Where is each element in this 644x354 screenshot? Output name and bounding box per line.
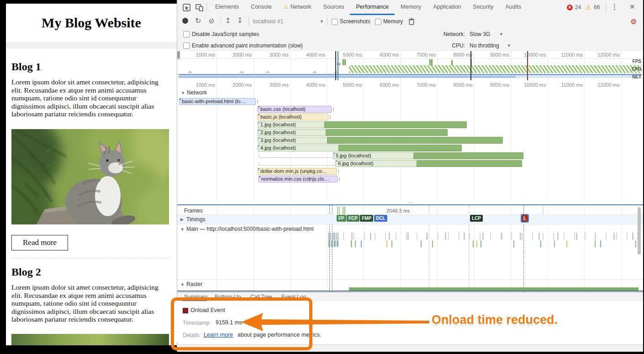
main-thread-subtasks[interactable] xyxy=(333,240,638,247)
request-label[interactable]: dollar-dom.min.js (unpkg.co… xyxy=(258,168,337,175)
frames-row-label[interactable]: Frames xyxy=(184,208,203,214)
cpu-throttle-caret-icon[interactable]: ▼ xyxy=(507,43,511,48)
timings-row[interactable]: ▶ Timings FPFCPFMPDCLLCPL xyxy=(177,215,643,224)
warning-badge-icon[interactable]: ⚠ xyxy=(586,4,591,11)
splitter-grip-icon[interactable]: … xyxy=(408,198,414,204)
network-waterfall[interactable]: 1000 ms2000 ms3000 ms4000 ms5000 ms6000 … xyxy=(177,80,643,199)
settings-gear-icon[interactable]: ⚙ xyxy=(630,17,637,26)
request-download-bar[interactable] xyxy=(324,121,467,128)
main-thread-header[interactable]: ▼Main — http://localhost:5000/basic-with… xyxy=(180,226,314,232)
timings-row-label[interactable]: Timings xyxy=(186,216,206,223)
load-profile-icon[interactable]: ↥ xyxy=(225,16,231,25)
flame-scrollbar[interactable] xyxy=(637,207,641,290)
flame-chart[interactable]: Frames 2049.3 ms ▶ Timings FPFCPFMPDCLLC… xyxy=(177,205,643,292)
advanced-paint-checkbox[interactable] xyxy=(183,42,190,49)
request-row[interactable]: 5.jpg (localhost) xyxy=(179,152,642,160)
devtools-tabbar: ElementsConsole⚠NetworkSourcesPerformanc… xyxy=(177,0,643,16)
tab-sources[interactable]: Sources xyxy=(317,0,350,15)
memory-label[interactable]: Memory xyxy=(383,18,403,25)
request-waiting-bar[interactable]: 3.jpg (localhost) xyxy=(258,137,327,144)
tab-memory[interactable]: Memory xyxy=(395,0,427,15)
request-waiting-bar[interactable]: 4.jpg (localhost) xyxy=(258,145,339,151)
request-label[interactable]: basic.css (localhost) xyxy=(258,106,332,113)
warning-count[interactable]: 66 xyxy=(594,4,600,10)
memory-checkbox[interactable] xyxy=(375,19,381,25)
disable-js-samples-label[interactable]: Disable JavaScript samples xyxy=(192,31,259,37)
request-row[interactable]: basic.js (localhost) xyxy=(179,113,642,121)
tab-label: Performance xyxy=(356,4,389,10)
error-count[interactable]: 24 xyxy=(575,4,581,10)
screenshots-checkbox[interactable] xyxy=(332,19,338,25)
request-waiting-bar[interactable]: 5.jpg (localhost) xyxy=(333,152,414,159)
request-download-bar[interactable] xyxy=(338,145,462,151)
timing-marker-l[interactable]: L xyxy=(522,215,528,222)
screenshots-label[interactable]: Screenshots xyxy=(340,18,370,25)
request-waiting-bar[interactable]: 1.jpg (localhost) xyxy=(258,121,325,128)
collapse-triangle-icon[interactable]: ▼ xyxy=(180,227,185,232)
disable-js-samples-checkbox[interactable] xyxy=(183,31,190,37)
overview-marker-blue xyxy=(338,51,338,80)
tab-security[interactable]: Security xyxy=(467,0,499,15)
history-select[interactable]: localhost #1 xyxy=(253,18,284,25)
close-devtools-icon[interactable]: ✕ xyxy=(629,3,635,11)
history-caret-icon[interactable]: ▼ xyxy=(320,19,324,24)
request-waiting-bar[interactable]: 6.jpg (localhost) xyxy=(335,160,417,167)
request-download-bar[interactable] xyxy=(327,137,503,144)
timing-marker-dcl[interactable]: DCL xyxy=(374,215,387,222)
request-row[interactable]: basic-with-preload.html (lo… xyxy=(179,98,642,105)
reload-and-record-icon[interactable]: ↻ xyxy=(195,16,201,25)
request-label[interactable]: basic.js (localhost) xyxy=(258,114,328,120)
timing-marker-fp[interactable]: FP xyxy=(337,215,346,222)
record-button[interactable] xyxy=(182,18,188,24)
request-row[interactable]: 3.jpg (localhost) xyxy=(179,136,642,144)
overview-rule-line xyxy=(177,58,643,59)
request-label[interactable]: basic-with-preload.html (lo… xyxy=(179,98,256,105)
network-section-header[interactable]: ▼Network xyxy=(181,89,207,96)
tab-elements[interactable]: Elements xyxy=(209,0,245,15)
request-row[interactable]: 1.jpg (localhost) xyxy=(179,121,642,129)
tab-audits[interactable]: Audits xyxy=(499,0,527,15)
advanced-paint-label[interactable]: Enable advanced paint instrumentation (s… xyxy=(192,42,303,49)
request-row[interactable]: dollar-dom.min.js (unpkg.co… xyxy=(179,167,642,175)
error-badge-icon[interactable]: ✕ xyxy=(567,5,573,10)
expand-triangle-icon[interactable]: ▶ xyxy=(180,217,184,222)
network-throttle-caret-icon[interactable]: ▼ xyxy=(499,32,503,36)
request-download-bar[interactable] xyxy=(326,129,448,136)
tab-console[interactable]: Console xyxy=(245,0,278,15)
main-thread-tasks[interactable] xyxy=(333,233,638,240)
save-profile-icon[interactable]: ↧ xyxy=(237,16,243,25)
timeline-overview[interactable]: 1000 ms2000 ms3000 ms4000 ms5000 ms6000 … xyxy=(177,51,643,81)
ruler-tick-label: 9000 ms xyxy=(477,52,509,57)
overview-marker-dark xyxy=(470,51,471,80)
clear-recording-icon[interactable]: ⊘ xyxy=(209,17,215,25)
request-row[interactable]: 4.jpg (localhost) xyxy=(179,144,642,152)
request-download-bar[interactable] xyxy=(417,160,522,167)
request-row[interactable]: normalize.min.css (cdnjs.clo… xyxy=(179,175,642,183)
request-label[interactable]: normalize.min.css (cdnjs.clo… xyxy=(259,176,338,182)
timing-marker-fcp[interactable]: FCP xyxy=(347,215,359,222)
cpu-throttle-value[interactable]: No throttling xyxy=(470,42,499,49)
blog-post-1-image-kitten xyxy=(11,129,169,224)
request-row[interactable]: basic.css (localhost) xyxy=(179,105,642,113)
frame-duration[interactable]: 2049.3 ms xyxy=(386,208,410,213)
collapse-triangle-icon[interactable]: ▼ xyxy=(180,282,185,287)
network-throttle-value[interactable]: Slow 3G xyxy=(470,31,490,37)
request-waiting-bar[interactable]: 2.jpg (localhost) xyxy=(258,129,326,136)
collapse-triangle-icon[interactable]: ▼ xyxy=(181,91,185,95)
tab-network[interactable]: ⚠Network xyxy=(278,0,317,15)
request-row[interactable]: 6.jpg (localhost) xyxy=(179,160,642,167)
timing-marker-fmp[interactable]: FMP xyxy=(360,215,373,222)
request-row[interactable]: 2.jpg (localhost) xyxy=(179,129,642,136)
tab-performance[interactable]: Performance xyxy=(350,0,395,15)
raster-section-header[interactable]: ▼Raster xyxy=(180,281,202,287)
flame-scrollbar-thumb[interactable] xyxy=(638,207,641,255)
inspect-element-icon[interactable] xyxy=(183,4,190,11)
tab-application[interactable]: Application xyxy=(427,0,467,15)
request-connector xyxy=(259,161,335,166)
request-download-bar[interactable] xyxy=(413,152,523,159)
timing-marker-lcp[interactable]: LCP xyxy=(470,215,483,222)
trash-icon[interactable] xyxy=(408,18,415,25)
more-options-kebab-icon[interactable]: ⋮ xyxy=(611,3,618,11)
read-more-button[interactable]: Read more xyxy=(11,235,68,250)
device-toolbar-icon[interactable] xyxy=(195,4,203,11)
